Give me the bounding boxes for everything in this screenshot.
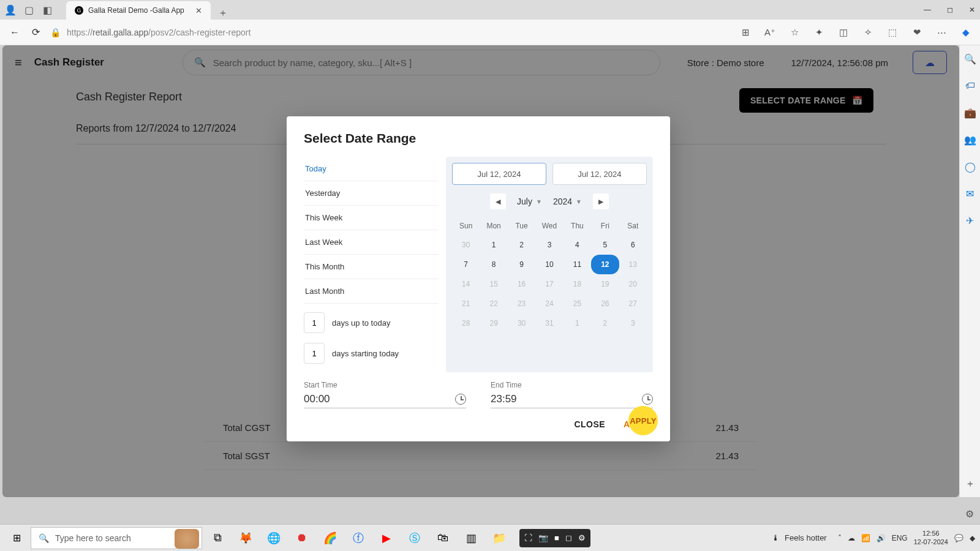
- record-icon[interactable]: ⏺: [289, 527, 315, 550]
- calendar-day[interactable]: 17: [535, 274, 563, 294]
- calendar-day[interactable]: 30: [452, 235, 480, 255]
- send-icon[interactable]: ✈: [964, 214, 976, 227]
- tray-app-icon[interactable]: ◆: [970, 534, 975, 542]
- preset-last-week[interactable]: Last Week: [304, 230, 439, 255]
- calendar-day[interactable]: 16: [508, 274, 535, 294]
- app-icon[interactable]: ⊞: [740, 27, 751, 38]
- calendar-day[interactable]: 13: [619, 255, 647, 274]
- year-select[interactable]: 2024▼: [553, 197, 582, 206]
- task-view-icon[interactable]: ⧉: [205, 527, 230, 550]
- split-icon[interactable]: ◫: [838, 27, 849, 38]
- tab-actions-icon[interactable]: ◧: [42, 4, 53, 15]
- preset-this-week[interactable]: This Week: [304, 206, 439, 230]
- text-size-icon[interactable]: A⁺: [764, 27, 775, 38]
- tray-chevron-icon[interactable]: ˄: [838, 534, 842, 542]
- calendar-day[interactable]: 24: [535, 294, 563, 313]
- preset-last-month[interactable]: Last Month: [304, 279, 439, 304]
- calendar-day[interactable]: 22: [480, 294, 507, 313]
- calendar-day[interactable]: 12: [591, 255, 619, 274]
- next-month-button[interactable]: ▶: [593, 193, 609, 209]
- chrome-icon[interactable]: 🌈: [317, 527, 343, 550]
- calendar-day[interactable]: 23: [508, 294, 535, 313]
- calendar-day[interactable]: 5: [591, 235, 619, 255]
- calendar-day[interactable]: 6: [619, 235, 647, 255]
- month-select[interactable]: July▼: [517, 197, 542, 206]
- calendar-day[interactable]: 19: [591, 274, 619, 294]
- taskbar-search[interactable]: 🔍 Type here to search: [31, 527, 202, 549]
- address-bar[interactable]: 🔒 https://retail.galla.app/posv2/cash-re…: [50, 28, 731, 37]
- calendar-day[interactable]: 3: [619, 313, 647, 333]
- date-to-input[interactable]: Jul 12, 2024: [552, 163, 647, 185]
- days-up-input[interactable]: [304, 312, 325, 333]
- calendar-day[interactable]: 1: [564, 313, 591, 333]
- calendar-day[interactable]: 10: [535, 255, 563, 274]
- preset-this-month[interactable]: This Month: [304, 255, 439, 279]
- calendar-day[interactable]: 9: [508, 255, 535, 274]
- settings-pill-icon[interactable]: ⚙: [578, 533, 586, 542]
- calendar-day[interactable]: 4: [564, 235, 591, 255]
- start-button[interactable]: ⊞: [5, 527, 28, 550]
- close-button[interactable]: CLOSE: [574, 419, 605, 429]
- calendar-day[interactable]: 29: [480, 313, 507, 333]
- collections-icon[interactable]: ✧: [862, 27, 873, 38]
- calendar-day[interactable]: 11: [564, 255, 591, 274]
- calendar-day[interactable]: 14: [452, 274, 480, 294]
- explorer-icon[interactable]: 📁: [486, 527, 512, 550]
- addon-icon[interactable]: ⬚: [887, 27, 898, 38]
- calendar-day[interactable]: 2: [508, 235, 535, 255]
- video-icon[interactable]: ■: [554, 533, 559, 542]
- start-time-input[interactable]: 00:00: [304, 393, 466, 408]
- office-icon[interactable]: ◯: [964, 160, 976, 173]
- calendar-day[interactable]: 8: [480, 255, 507, 274]
- calendar-day[interactable]: 25: [564, 294, 591, 313]
- refresh-button[interactable]: ⟳: [29, 26, 42, 39]
- fullscreen-icon[interactable]: ⛶: [524, 533, 532, 542]
- calendar-day[interactable]: 15: [480, 274, 507, 294]
- store-icon[interactable]: 🛍: [430, 527, 456, 550]
- edge-icon[interactable]: 🌐: [261, 527, 287, 550]
- volume-icon[interactable]: 🔊: [876, 534, 886, 542]
- close-tab-icon[interactable]: ✕: [195, 6, 202, 15]
- minimize-button[interactable]: ―: [924, 6, 931, 14]
- back-button[interactable]: ←: [9, 26, 21, 39]
- onedrive-icon[interactable]: ☁: [848, 534, 855, 542]
- workspaces-icon[interactable]: ▢: [23, 4, 34, 15]
- weather-widget[interactable]: 🌡 Feels hotter: [772, 533, 827, 542]
- calendar-day[interactable]: 7: [452, 255, 480, 274]
- more-icon[interactable]: ⋯: [936, 27, 947, 38]
- tray-clock[interactable]: 12:56 12-07-2024: [914, 530, 948, 545]
- calendar-day[interactable]: 30: [508, 313, 535, 333]
- calendar-day[interactable]: 27: [619, 294, 647, 313]
- briefcase-icon[interactable]: 💼: [964, 107, 976, 119]
- outlook-icon[interactable]: ✉: [964, 187, 976, 200]
- prev-month-button[interactable]: ◀: [490, 193, 506, 209]
- preset-today[interactable]: Today: [304, 157, 439, 181]
- tag-icon[interactable]: 🏷: [964, 80, 976, 92]
- add-sidebar-icon[interactable]: ＋: [964, 478, 976, 490]
- firefox-icon[interactable]: 🦊: [233, 527, 258, 550]
- calendar-day[interactable]: 26: [591, 294, 619, 313]
- wifi-icon[interactable]: 📶: [861, 534, 870, 542]
- settings-icon[interactable]: ⚙: [963, 507, 976, 520]
- calendar-day[interactable]: 18: [564, 274, 591, 294]
- calendar-day[interactable]: 31: [535, 313, 563, 333]
- calendar-day[interactable]: 2: [591, 313, 619, 333]
- camera-icon[interactable]: 📷: [538, 533, 548, 542]
- language-indicator[interactable]: ENG: [892, 534, 908, 542]
- close-window-button[interactable]: ✕: [969, 6, 975, 14]
- calendar-day[interactable]: 28: [452, 313, 480, 333]
- end-time-input[interactable]: 23:59: [491, 393, 653, 408]
- facebook-icon[interactable]: ⓕ: [345, 527, 371, 550]
- maximize-button[interactable]: ◻: [947, 6, 953, 14]
- calendar-day[interactable]: 3: [535, 235, 563, 255]
- shop-icon[interactable]: ❤: [911, 27, 922, 38]
- window-icon[interactable]: ◻: [565, 533, 572, 542]
- date-from-input[interactable]: Jul 12, 2024: [452, 163, 546, 185]
- skype-icon[interactable]: Ⓢ: [402, 527, 428, 550]
- search-icon[interactable]: 🔍: [964, 53, 976, 65]
- preset-yesterday[interactable]: Yesterday: [304, 181, 439, 206]
- new-tab-button[interactable]: ＋: [218, 7, 228, 20]
- calendar-day[interactable]: 20: [619, 274, 647, 294]
- calendar-day[interactable]: 21: [452, 294, 480, 313]
- browser-tab[interactable]: G Galla Retail Demo -Galla App ✕: [66, 1, 211, 20]
